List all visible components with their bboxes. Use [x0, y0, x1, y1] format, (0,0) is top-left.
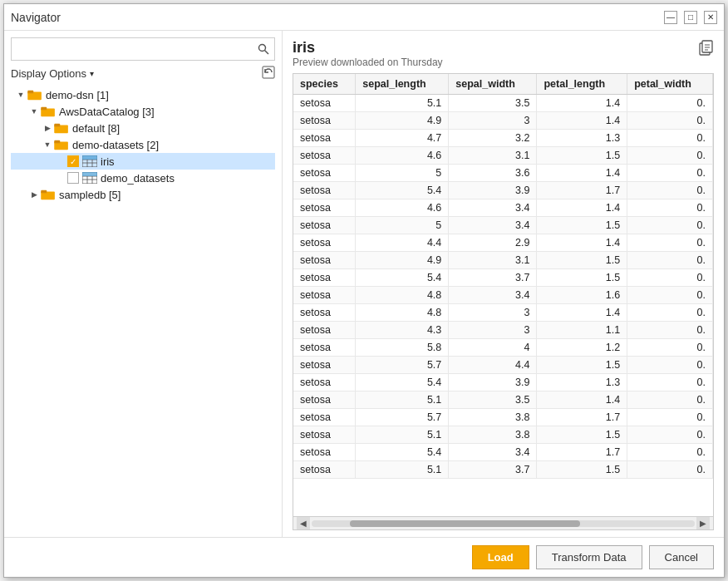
table-cell: 0.: [627, 182, 713, 199]
table-cell: 5.1: [356, 426, 449, 444]
tree-item-demo-datasets-table[interactable]: ▶ demo_datasets: [11, 170, 275, 186]
table-cell: 1.5: [537, 461, 627, 479]
svg-rect-16: [82, 155, 97, 160]
svg-rect-4: [27, 91, 33, 94]
table-header: species sepal_length sepal_width petal_l…: [293, 74, 713, 95]
scroll-left-arrow[interactable]: ◀: [297, 517, 310, 530]
maximize-button[interactable]: □: [684, 11, 697, 24]
table-cell: setosa: [293, 461, 356, 479]
table-cell: 4.4: [449, 357, 537, 374]
table-cell: 3.8: [449, 409, 537, 426]
data-table: species sepal_length sepal_width petal_l…: [293, 74, 713, 479]
table-cell: setosa: [293, 112, 356, 130]
scroll-right-arrow[interactable]: ▶: [696, 517, 710, 530]
table-row: setosa5.43.71.50.: [293, 269, 713, 287]
window-title: Navigator: [11, 11, 61, 24]
table-cell: setosa: [293, 374, 356, 391]
expand-icon-sampledb: ▶: [27, 188, 41, 201]
table-cell: setosa: [293, 130, 356, 147]
preview-action-button[interactable]: [697, 39, 714, 59]
load-button[interactable]: Load: [472, 545, 529, 569]
table-cell: 1.4: [537, 199, 627, 217]
table-cell: setosa: [293, 269, 356, 287]
tree-label-demo-datasets-table: demo_datasets: [101, 172, 175, 185]
table-scroll-wrapper[interactable]: species sepal_length sepal_width petal_l…: [293, 74, 713, 516]
tree-item-default[interactable]: ▶ default [8]: [11, 120, 275, 136]
table-cell: 1.5: [537, 269, 627, 287]
table-cell: 1.5: [537, 426, 627, 444]
table-cell: 0.: [627, 130, 713, 147]
table-cell: 0.: [627, 304, 713, 322]
table-cell: 1.7: [537, 409, 627, 426]
cancel-button[interactable]: Cancel: [649, 545, 714, 569]
table-row: setosa5.74.41.50.: [293, 357, 713, 374]
display-options-arrow: ▾: [90, 69, 94, 78]
svg-rect-10: [54, 140, 60, 144]
table-cell: 5.4: [356, 444, 449, 461]
tree-area: ▼ demo-dsn [1] ▼ AwsDataCatalog [3]: [11, 86, 275, 530]
table-cell: 1.1: [537, 322, 627, 339]
folder-icon-aws-catalog: [41, 106, 56, 117]
preview-title-block: iris Preview downloaded on Thursday: [293, 39, 443, 68]
table-row: setosa53.61.40.: [293, 165, 713, 182]
display-options-button[interactable]: Display Options ▾: [11, 67, 94, 80]
tree-item-sampledb[interactable]: ▶ sampledb [5]: [11, 186, 275, 203]
table-row: setosa5.73.81.70.: [293, 409, 713, 426]
close-button[interactable]: ✕: [704, 11, 717, 24]
table-row: setosa53.41.50.: [293, 217, 713, 234]
svg-rect-26: [702, 41, 712, 52]
refresh-icon: [262, 66, 275, 79]
table-cell: 4.3: [356, 322, 449, 339]
table-cell: setosa: [293, 357, 356, 374]
table-cell: 3.9: [449, 374, 537, 391]
horizontal-scrollbar[interactable]: ◀ ▶: [293, 516, 713, 529]
tree-item-aws-catalog[interactable]: ▼ AwsDataCatalog [3]: [11, 103, 275, 120]
table-cell: 4.8: [356, 304, 449, 322]
tree-item-demo-dsn[interactable]: ▼ demo-dsn [1]: [11, 86, 275, 103]
table-cell: 2.9: [449, 234, 537, 252]
table-row: setosa5.13.51.40.: [293, 391, 713, 409]
preview-header: iris Preview downloaded on Thursday: [293, 39, 714, 68]
table-cell: setosa: [293, 391, 356, 409]
svg-rect-24: [41, 190, 47, 194]
tree-item-demo-datasets[interactable]: ▼ demo-datasets [2]: [11, 136, 275, 153]
table-cell: 0.: [627, 269, 713, 287]
checkbox-iris[interactable]: [67, 155, 79, 167]
table-row: setosa5.841.20.: [293, 339, 713, 357]
table-icon-demo-datasets: [82, 172, 97, 184]
search-input[interactable]: [12, 40, 253, 59]
table-cell: 5.7: [356, 357, 449, 374]
search-button[interactable]: [253, 38, 274, 60]
minimize-button[interactable]: —: [664, 11, 677, 24]
table-cell: 4.8: [356, 287, 449, 304]
table-cell: 1.4: [537, 165, 627, 182]
window-controls: — □ ✕: [664, 11, 717, 24]
table-cell: 3.9: [449, 182, 537, 199]
table-cell: 1.4: [537, 304, 627, 322]
tree-item-iris[interactable]: ▶ iris: [11, 153, 275, 170]
svg-rect-8: [54, 124, 60, 127]
table-cell: 0.: [627, 287, 713, 304]
transform-data-button[interactable]: Transform Data: [536, 545, 642, 569]
scroll-thumb[interactable]: [350, 520, 580, 527]
table-row: setosa4.83.41.60.: [293, 287, 713, 304]
table-cell: 4.6: [356, 147, 449, 165]
table-cell: 5.4: [356, 374, 449, 391]
table-cell: setosa: [293, 252, 356, 269]
tree-label-iris: iris: [101, 155, 115, 168]
table-row: setosa4.73.21.30.: [293, 130, 713, 147]
table-cell: setosa: [293, 322, 356, 339]
scroll-track[interactable]: [312, 520, 695, 527]
table-cell: 3.7: [449, 269, 537, 287]
svg-rect-6: [41, 107, 47, 111]
table-cell: 3: [449, 304, 537, 322]
table-cell: 4.9: [356, 252, 449, 269]
checkbox-demo-datasets-table[interactable]: [67, 172, 79, 184]
col-header-petal-width: petal_width: [627, 74, 713, 95]
table-cell: setosa: [293, 426, 356, 444]
table-cell: 3.2: [449, 130, 537, 147]
table-cell: 5: [356, 217, 449, 234]
refresh-button[interactable]: [262, 66, 275, 81]
table-cell: 5.1: [356, 95, 449, 112]
table-cell: setosa: [293, 234, 356, 252]
